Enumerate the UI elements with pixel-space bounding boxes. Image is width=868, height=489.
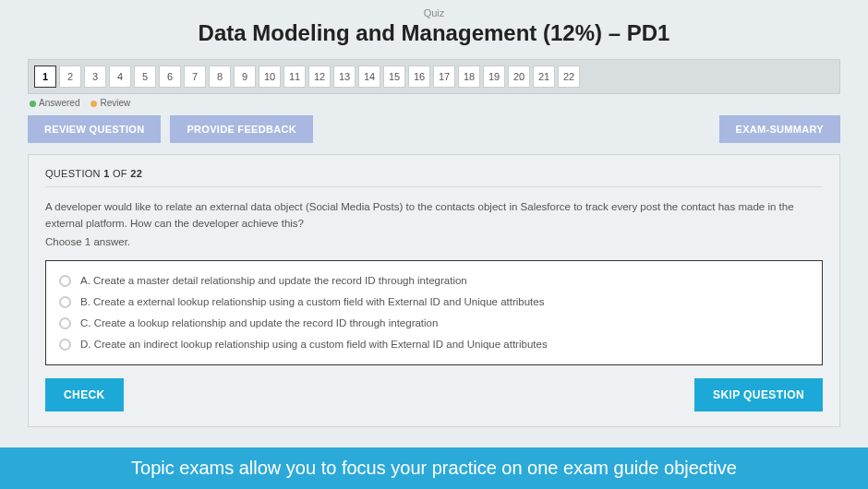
choice-text: D. Create an indirect lookup relationshi… xyxy=(80,339,548,350)
nav-question-11[interactable]: 11 xyxy=(283,66,306,88)
nav-question-18[interactable]: 18 xyxy=(458,66,480,88)
nav-question-6[interactable]: 6 xyxy=(159,66,181,88)
choice-text: B. Create a external lookup relationship… xyxy=(80,296,544,307)
question-counter: QUESTION 1 OF 22 xyxy=(45,168,823,187)
nav-question-15[interactable]: 15 xyxy=(383,66,405,88)
nav-question-22[interactable]: 22 xyxy=(558,66,580,88)
nav-question-4[interactable]: 4 xyxy=(109,66,131,88)
question-instruction: Choose 1 answer. xyxy=(45,236,823,247)
radio-icon xyxy=(59,317,71,329)
nav-question-3[interactable]: 3 xyxy=(84,66,106,88)
nav-question-7[interactable]: 7 xyxy=(184,66,206,88)
question-card: QUESTION 1 OF 22 A developer would like … xyxy=(28,154,840,427)
nav-question-10[interactable]: 10 xyxy=(259,66,281,88)
action-row: REVIEW QUESTION PROVIDE FEEDBACK EXAM-SU… xyxy=(28,115,840,143)
nav-question-1[interactable]: 1 xyxy=(34,66,56,88)
question-text: A developer would like to relate an exte… xyxy=(45,198,823,233)
provide-feedback-button[interactable]: PROVIDE FEEDBACK xyxy=(170,115,312,143)
nav-question-9[interactable]: 9 xyxy=(234,66,256,88)
radio-icon xyxy=(59,275,71,287)
radio-icon xyxy=(59,339,71,351)
nav-question-21[interactable]: 21 xyxy=(533,66,555,88)
nav-question-17[interactable]: 17 xyxy=(433,66,455,88)
choice-b[interactable]: B. Create a external lookup relationship… xyxy=(59,292,809,313)
choice-text: C. Create a lookup relationship and upda… xyxy=(80,317,438,328)
quiz-title: Data Modeling and Management (12%) – PD1 xyxy=(28,20,840,46)
choice-text: A. Create a master detail relationship a… xyxy=(80,275,467,286)
skip-question-button[interactable]: SKIP QUESTION xyxy=(694,378,823,411)
radio-icon xyxy=(59,296,71,308)
exam-summary-button[interactable]: EXAM-SUMMARY xyxy=(719,115,840,143)
nav-question-14[interactable]: 14 xyxy=(358,66,380,88)
nav-question-2[interactable]: 2 xyxy=(59,66,81,88)
dot-orange-icon xyxy=(90,101,97,107)
bottom-row: CHECK SKIP QUESTION xyxy=(45,378,823,411)
check-button[interactable]: CHECK xyxy=(45,378,124,411)
nav-question-16[interactable]: 16 xyxy=(408,66,430,88)
choice-c[interactable]: C. Create a lookup relationship and upda… xyxy=(59,313,809,334)
review-question-button[interactable]: REVIEW QUESTION xyxy=(28,115,161,143)
question-nav-strip: 12345678910111213141516171819202122 xyxy=(28,59,840,94)
legend-review: Review xyxy=(90,98,130,108)
choice-d[interactable]: D. Create an indirect lookup relationshi… xyxy=(59,334,809,355)
nav-question-20[interactable]: 20 xyxy=(508,66,530,88)
quiz-label: Quiz xyxy=(28,7,840,18)
choice-a[interactable]: A. Create a master detail relationship a… xyxy=(59,270,809,292)
answer-choices: A. Create a master detail relationship a… xyxy=(45,260,823,365)
legend-answered: Answered xyxy=(30,98,79,108)
nav-question-19[interactable]: 19 xyxy=(483,66,505,88)
legend: Answered Review xyxy=(30,98,840,108)
nav-question-12[interactable]: 12 xyxy=(308,66,331,88)
dot-green-icon xyxy=(30,101,36,107)
nav-question-13[interactable]: 13 xyxy=(333,66,356,88)
promo-banner: Topic exams allow you to focus your prac… xyxy=(0,447,868,489)
nav-question-5[interactable]: 5 xyxy=(134,66,156,88)
nav-question-8[interactable]: 8 xyxy=(209,66,231,88)
